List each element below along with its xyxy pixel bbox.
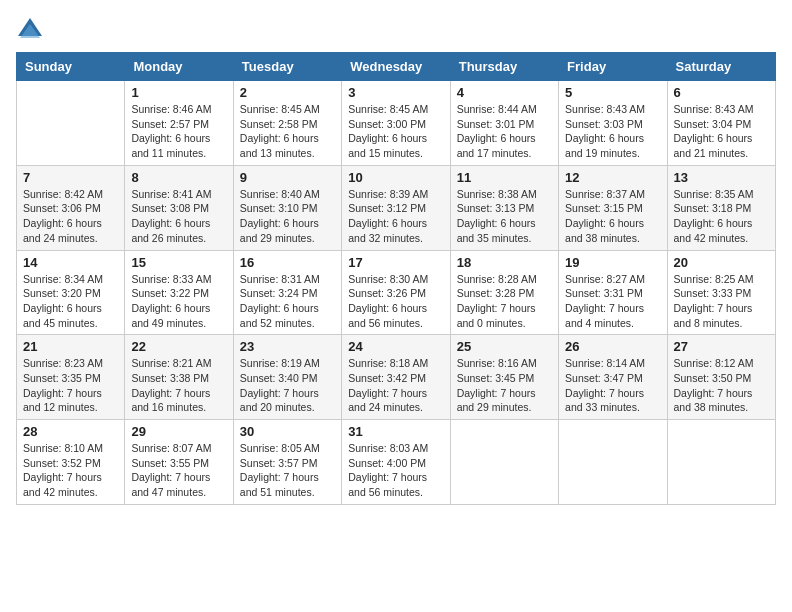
header-tuesday: Tuesday (233, 53, 341, 81)
day-info: Sunrise: 8:14 AMSunset: 3:47 PMDaylight:… (565, 356, 660, 415)
header-sunday: Sunday (17, 53, 125, 81)
day-number: 28 (23, 424, 118, 439)
day-info: Sunrise: 8:43 AMSunset: 3:03 PMDaylight:… (565, 102, 660, 161)
day-number: 17 (348, 255, 443, 270)
day-info: Sunrise: 8:12 AMSunset: 3:50 PMDaylight:… (674, 356, 769, 415)
calendar-day-cell: 25Sunrise: 8:16 AMSunset: 3:45 PMDayligh… (450, 335, 558, 420)
day-info: Sunrise: 8:41 AMSunset: 3:08 PMDaylight:… (131, 187, 226, 246)
calendar-day-cell (17, 81, 125, 166)
calendar-day-cell: 2Sunrise: 8:45 AMSunset: 2:58 PMDaylight… (233, 81, 341, 166)
day-number: 10 (348, 170, 443, 185)
day-number: 24 (348, 339, 443, 354)
day-info: Sunrise: 8:33 AMSunset: 3:22 PMDaylight:… (131, 272, 226, 331)
day-info: Sunrise: 8:16 AMSunset: 3:45 PMDaylight:… (457, 356, 552, 415)
logo-icon (16, 16, 44, 44)
calendar-day-cell: 7Sunrise: 8:42 AMSunset: 3:06 PMDaylight… (17, 165, 125, 250)
calendar-day-cell: 4Sunrise: 8:44 AMSunset: 3:01 PMDaylight… (450, 81, 558, 166)
header-monday: Monday (125, 53, 233, 81)
day-info: Sunrise: 8:40 AMSunset: 3:10 PMDaylight:… (240, 187, 335, 246)
day-number: 14 (23, 255, 118, 270)
calendar-day-cell: 21Sunrise: 8:23 AMSunset: 3:35 PMDayligh… (17, 335, 125, 420)
day-number: 3 (348, 85, 443, 100)
calendar-day-cell: 23Sunrise: 8:19 AMSunset: 3:40 PMDayligh… (233, 335, 341, 420)
calendar-day-cell: 24Sunrise: 8:18 AMSunset: 3:42 PMDayligh… (342, 335, 450, 420)
day-number: 4 (457, 85, 552, 100)
day-number: 1 (131, 85, 226, 100)
day-number: 26 (565, 339, 660, 354)
day-info: Sunrise: 8:07 AMSunset: 3:55 PMDaylight:… (131, 441, 226, 500)
day-info: Sunrise: 8:18 AMSunset: 3:42 PMDaylight:… (348, 356, 443, 415)
calendar-day-cell: 20Sunrise: 8:25 AMSunset: 3:33 PMDayligh… (667, 250, 775, 335)
calendar-day-cell: 18Sunrise: 8:28 AMSunset: 3:28 PMDayligh… (450, 250, 558, 335)
day-number: 7 (23, 170, 118, 185)
day-number: 20 (674, 255, 769, 270)
day-number: 30 (240, 424, 335, 439)
day-info: Sunrise: 8:21 AMSunset: 3:38 PMDaylight:… (131, 356, 226, 415)
calendar-day-cell: 6Sunrise: 8:43 AMSunset: 3:04 PMDaylight… (667, 81, 775, 166)
calendar-day-cell: 11Sunrise: 8:38 AMSunset: 3:13 PMDayligh… (450, 165, 558, 250)
calendar-day-cell: 5Sunrise: 8:43 AMSunset: 3:03 PMDaylight… (559, 81, 667, 166)
day-info: Sunrise: 8:45 AMSunset: 3:00 PMDaylight:… (348, 102, 443, 161)
calendar-day-cell (450, 420, 558, 505)
calendar-day-cell: 28Sunrise: 8:10 AMSunset: 3:52 PMDayligh… (17, 420, 125, 505)
day-number: 23 (240, 339, 335, 354)
day-number: 6 (674, 85, 769, 100)
day-number: 18 (457, 255, 552, 270)
day-number: 16 (240, 255, 335, 270)
day-number: 5 (565, 85, 660, 100)
day-info: Sunrise: 8:25 AMSunset: 3:33 PMDaylight:… (674, 272, 769, 331)
day-info: Sunrise: 8:05 AMSunset: 3:57 PMDaylight:… (240, 441, 335, 500)
calendar-week-row: 14Sunrise: 8:34 AMSunset: 3:20 PMDayligh… (17, 250, 776, 335)
calendar-day-cell: 8Sunrise: 8:41 AMSunset: 3:08 PMDaylight… (125, 165, 233, 250)
day-info: Sunrise: 8:37 AMSunset: 3:15 PMDaylight:… (565, 187, 660, 246)
calendar-table: SundayMondayTuesdayWednesdayThursdayFrid… (16, 52, 776, 505)
day-info: Sunrise: 8:38 AMSunset: 3:13 PMDaylight:… (457, 187, 552, 246)
day-number: 21 (23, 339, 118, 354)
calendar-day-cell: 15Sunrise: 8:33 AMSunset: 3:22 PMDayligh… (125, 250, 233, 335)
day-info: Sunrise: 8:42 AMSunset: 3:06 PMDaylight:… (23, 187, 118, 246)
day-info: Sunrise: 8:23 AMSunset: 3:35 PMDaylight:… (23, 356, 118, 415)
calendar-day-cell: 10Sunrise: 8:39 AMSunset: 3:12 PMDayligh… (342, 165, 450, 250)
day-number: 2 (240, 85, 335, 100)
calendar-day-cell: 19Sunrise: 8:27 AMSunset: 3:31 PMDayligh… (559, 250, 667, 335)
day-info: Sunrise: 8:30 AMSunset: 3:26 PMDaylight:… (348, 272, 443, 331)
day-info: Sunrise: 8:43 AMSunset: 3:04 PMDaylight:… (674, 102, 769, 161)
calendar-week-row: 1Sunrise: 8:46 AMSunset: 2:57 PMDaylight… (17, 81, 776, 166)
day-info: Sunrise: 8:34 AMSunset: 3:20 PMDaylight:… (23, 272, 118, 331)
day-number: 11 (457, 170, 552, 185)
logo (16, 16, 48, 44)
calendar-week-row: 7Sunrise: 8:42 AMSunset: 3:06 PMDaylight… (17, 165, 776, 250)
day-info: Sunrise: 8:46 AMSunset: 2:57 PMDaylight:… (131, 102, 226, 161)
day-number: 31 (348, 424, 443, 439)
calendar-day-cell: 9Sunrise: 8:40 AMSunset: 3:10 PMDaylight… (233, 165, 341, 250)
calendar-day-cell: 3Sunrise: 8:45 AMSunset: 3:00 PMDaylight… (342, 81, 450, 166)
day-number: 27 (674, 339, 769, 354)
calendar-day-cell: 22Sunrise: 8:21 AMSunset: 3:38 PMDayligh… (125, 335, 233, 420)
header-thursday: Thursday (450, 53, 558, 81)
day-number: 19 (565, 255, 660, 270)
day-info: Sunrise: 8:03 AMSunset: 4:00 PMDaylight:… (348, 441, 443, 500)
calendar-day-cell: 17Sunrise: 8:30 AMSunset: 3:26 PMDayligh… (342, 250, 450, 335)
calendar-day-cell: 27Sunrise: 8:12 AMSunset: 3:50 PMDayligh… (667, 335, 775, 420)
calendar-day-cell: 12Sunrise: 8:37 AMSunset: 3:15 PMDayligh… (559, 165, 667, 250)
calendar-week-row: 28Sunrise: 8:10 AMSunset: 3:52 PMDayligh… (17, 420, 776, 505)
header-friday: Friday (559, 53, 667, 81)
header-saturday: Saturday (667, 53, 775, 81)
day-number: 9 (240, 170, 335, 185)
calendar-day-cell: 29Sunrise: 8:07 AMSunset: 3:55 PMDayligh… (125, 420, 233, 505)
calendar-day-cell (559, 420, 667, 505)
calendar-day-cell: 30Sunrise: 8:05 AMSunset: 3:57 PMDayligh… (233, 420, 341, 505)
day-info: Sunrise: 8:45 AMSunset: 2:58 PMDaylight:… (240, 102, 335, 161)
calendar-day-cell (667, 420, 775, 505)
day-number: 25 (457, 339, 552, 354)
calendar-header-row: SundayMondayTuesdayWednesdayThursdayFrid… (17, 53, 776, 81)
day-number: 15 (131, 255, 226, 270)
day-number: 8 (131, 170, 226, 185)
day-number: 13 (674, 170, 769, 185)
day-number: 12 (565, 170, 660, 185)
calendar-day-cell: 13Sunrise: 8:35 AMSunset: 3:18 PMDayligh… (667, 165, 775, 250)
day-info: Sunrise: 8:27 AMSunset: 3:31 PMDaylight:… (565, 272, 660, 331)
calendar-day-cell: 31Sunrise: 8:03 AMSunset: 4:00 PMDayligh… (342, 420, 450, 505)
day-number: 29 (131, 424, 226, 439)
day-number: 22 (131, 339, 226, 354)
